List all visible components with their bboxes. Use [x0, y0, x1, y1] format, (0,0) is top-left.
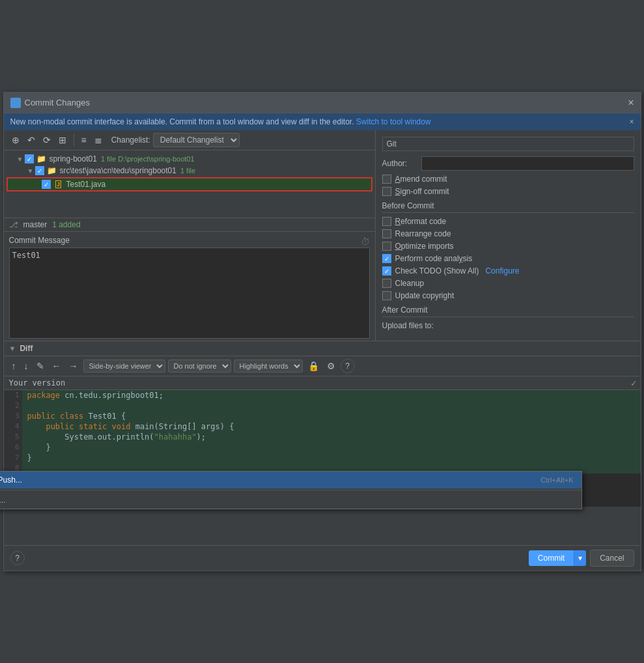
- signoff-commit-label: Sign-off commit: [395, 187, 449, 196]
- cleanup-row: Cleanup: [382, 279, 634, 288]
- project-checkbox[interactable]: ✓: [25, 154, 34, 163]
- file-toolbar: ⊕ ↶ ⟳ ⊞ ≡ ≣ Changelist: Default Changeli…: [4, 130, 375, 150]
- lock-button[interactable]: 🔒: [305, 360, 322, 373]
- collapse-diff-arrow[interactable]: ▼: [9, 345, 16, 352]
- context-separator: [0, 490, 581, 490]
- file-checkbox[interactable]: ✓: [42, 180, 51, 189]
- project-name: spring-boot01: [49, 154, 97, 163]
- context-commit-push[interactable]: Commit and Push... Ctrl+Alt+K: [0, 472, 581, 488]
- separator: [74, 134, 74, 146]
- bottom-right: Commit ▾ Cancel: [529, 550, 634, 567]
- tree-row-src[interactable]: ▼ ✓ 📁 src\test\java\cn\tedu\springboot01…: [4, 165, 375, 176]
- tree-row-file[interactable]: ✓ J Test01.java: [7, 177, 372, 191]
- commit-dialog: Commit Changes × New non-modal commit in…: [3, 92, 641, 571]
- all-added-check: ✓: [631, 378, 636, 388]
- diff-next-button[interactable]: →: [66, 360, 81, 373]
- copyright-checkbox[interactable]: [382, 291, 391, 300]
- optimize-row: Optimize imports: [382, 242, 634, 251]
- refresh-button[interactable]: ⟳: [40, 134, 53, 147]
- code-line-4: 4 public static void main(String[] args)…: [4, 421, 641, 432]
- rearrange-checkbox[interactable]: [382, 229, 391, 238]
- todo-label: Check TODO (Show All): [395, 266, 479, 275]
- branch-icon: ⎇: [9, 220, 18, 229]
- diff-up-button[interactable]: ↑: [9, 360, 19, 373]
- signoff-commit-checkbox[interactable]: [382, 187, 391, 196]
- src-meta: 1 file: [180, 167, 195, 175]
- configure-link[interactable]: Configure: [485, 266, 519, 275]
- info-bar-close-button[interactable]: ×: [629, 117, 634, 126]
- author-label: Author:: [382, 159, 421, 168]
- cleanup-checkbox[interactable]: [382, 279, 391, 288]
- diff-prev-button[interactable]: ←: [49, 360, 64, 373]
- java-file-icon: J: [53, 180, 64, 189]
- reformat-checkbox[interactable]: [382, 217, 391, 226]
- commit-message-input[interactable]: Test01: [9, 247, 370, 339]
- optimize-checkbox[interactable]: [382, 242, 391, 251]
- before-commit-header: Before Commit: [382, 201, 634, 213]
- commit-dropdown-arrow[interactable]: ▾: [574, 550, 586, 566]
- highlight-dropdown[interactable]: Highlight words: [234, 360, 303, 373]
- context-create-patch[interactable]: Create Patch...: [0, 492, 581, 509]
- viewer-dropdown[interactable]: Side-by-side viewer: [83, 360, 165, 373]
- reformat-row: Reformat code: [382, 217, 634, 226]
- expand-all-button[interactable]: ≡: [79, 134, 89, 147]
- diff-toolbar: ↑ ↓ ✎ ← → Side-by-side viewer Do not ign…: [4, 356, 641, 376]
- branch-status-bar: ⎇ master 1 added: [4, 218, 375, 232]
- title-bar: Commit Changes ×: [4, 92, 641, 113]
- bottom-help-button[interactable]: ?: [10, 551, 25, 565]
- copyright-row: Update copyright: [382, 291, 634, 300]
- copyright-label: Update copyright: [395, 291, 455, 300]
- file-name: Test01.java: [66, 180, 106, 189]
- git-section-title: Git: [382, 137, 634, 151]
- src-name: src\test\java\cn\tedu\springboot01: [60, 166, 176, 175]
- changelist-label: Changelist:: [111, 135, 150, 145]
- reformat-label: Reformat code: [395, 217, 447, 226]
- diff-title: Diff: [20, 344, 33, 353]
- after-commit-header: After Commit: [382, 305, 634, 317]
- project-meta: 1 file D:\project\spring-boot01: [101, 155, 195, 163]
- right-panel: Git Author: Amend commit Sign-off commit…: [375, 130, 641, 341]
- analyze-checkbox[interactable]: ✓: [382, 254, 391, 263]
- code-line-7: 7 }: [4, 453, 641, 463]
- upload-row: Upload files to:: [382, 321, 634, 330]
- rearrange-row: Rearrange code: [382, 229, 634, 238]
- switch-tool-window-link[interactable]: Switch to tool window: [356, 117, 431, 126]
- folder-icon-src: 📁: [47, 166, 57, 175]
- signoff-commit-row: Sign-off commit: [382, 187, 634, 196]
- close-button[interactable]: ×: [628, 98, 634, 108]
- help-button[interactable]: ?: [341, 359, 355, 373]
- optimize-label: Optimize imports: [395, 242, 454, 251]
- author-row: Author:: [382, 156, 634, 171]
- dialog-title: Commit Changes: [25, 98, 90, 107]
- file-tree: ▼ ✓ 📁 spring-boot01 1 file D:\project\sp…: [4, 150, 375, 218]
- commit-message-section: Commit Message ⏱ Test01: [4, 232, 375, 341]
- author-input[interactable]: [421, 156, 634, 171]
- title-bar-left: Commit Changes: [10, 98, 90, 108]
- code-line-1: 1 package cn.tedu.springboot01;: [4, 390, 641, 401]
- folder-icon: 📁: [36, 154, 47, 163]
- changelist-dropdown[interactable]: Default Changelist: [153, 133, 240, 147]
- cancel-button[interactable]: Cancel: [590, 550, 634, 567]
- left-panel: ⊕ ↶ ⟳ ⊞ ≡ ≣ Changelist: Default Changeli…: [4, 130, 375, 341]
- amend-commit-checkbox[interactable]: [382, 175, 391, 184]
- src-checkbox[interactable]: ✓: [35, 166, 44, 175]
- tree-row-project[interactable]: ▼ ✓ 📁 spring-boot01 1 file D:\project\sp…: [4, 153, 375, 165]
- group-by-button[interactable]: ⊞: [56, 134, 69, 147]
- diff-edit-button[interactable]: ✎: [34, 360, 47, 373]
- todo-checkbox[interactable]: ✓: [382, 266, 391, 275]
- amend-commit-row: Amend commit: [382, 175, 634, 184]
- bottom-bar: ? Commit ▾ Cancel: [4, 545, 641, 571]
- analyze-label: Perform code analysis: [395, 254, 473, 263]
- code-version-header: Your version: [4, 376, 641, 390]
- undo-button[interactable]: ↶: [25, 134, 38, 147]
- commit-button[interactable]: Commit: [529, 550, 574, 566]
- diff-down-button[interactable]: ↓: [21, 360, 31, 373]
- collapse-all-button[interactable]: ≣: [92, 134, 105, 147]
- added-badge: 1 added: [52, 220, 80, 229]
- settings-button[interactable]: ⚙: [324, 360, 338, 373]
- move-to-changelist-button[interactable]: ⊕: [9, 134, 22, 147]
- todo-row: ✓ Check TODO (Show All) Configure: [382, 266, 634, 275]
- ignore-dropdown[interactable]: Do not ignore: [168, 360, 231, 373]
- commit-split-button: Commit ▾: [529, 550, 586, 566]
- upload-label: Upload files to:: [382, 321, 434, 330]
